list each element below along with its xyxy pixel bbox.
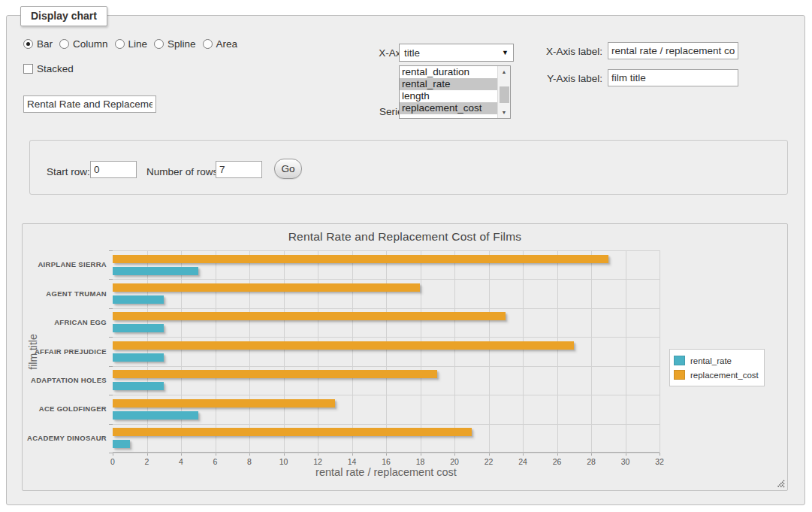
display-chart-panel: Display chart BarColumnLineSplineArea St… — [6, 15, 805, 505]
x-tick-label: 30 — [611, 457, 641, 466]
start-row-input[interactable] — [90, 161, 137, 178]
bar-replacement_cost — [113, 341, 574, 350]
checkbox-icon[interactable] — [23, 64, 33, 74]
gridline-vertical — [660, 250, 660, 452]
chart-title-input[interactable] — [23, 95, 156, 113]
gridline-vertical — [591, 250, 592, 452]
gridline-vertical — [454, 250, 455, 452]
x-axis-select[interactable]: title ▼ — [399, 44, 514, 62]
scroll-up-icon[interactable]: ▲ — [498, 66, 510, 77]
go-button[interactable]: Go — [274, 159, 302, 179]
scrollbar-thumb[interactable] — [500, 86, 509, 103]
y-axis-label-label: Y-Axis label: — [538, 73, 602, 84]
chart-type-radio-bar[interactable]: Bar — [23, 38, 53, 50]
gridline-vertical — [523, 250, 524, 452]
row-range-panel: Start row: Number of rows: Go — [29, 140, 788, 195]
series-scrollbar[interactable]: ▲ ▼ — [497, 66, 510, 118]
x-tick-mark — [660, 453, 660, 456]
gridline-horizontal — [113, 366, 660, 367]
gridline-horizontal — [113, 308, 660, 309]
number-of-rows-input[interactable] — [216, 161, 262, 178]
legend-swatch-replacement_cost — [674, 370, 685, 380]
x-tick-label: 32 — [644, 457, 675, 466]
gridline-vertical — [626, 250, 626, 452]
gridline-vertical — [421, 250, 421, 452]
gridline-vertical — [147, 250, 148, 452]
gridline-vertical — [557, 250, 558, 452]
gridline-horizontal — [113, 395, 660, 395]
scroll-down-icon[interactable]: ▼ — [498, 107, 510, 118]
x-tick-label: 0 — [98, 457, 128, 466]
bar-replacement_cost — [113, 370, 437, 378]
stacked-checkbox[interactable]: Stacked — [23, 63, 74, 74]
x-tick-label: 6 — [201, 457, 231, 466]
x-tick-label: 24 — [508, 457, 538, 466]
x-tick-label: 28 — [576, 457, 606, 466]
chart-type-label: Column — [73, 38, 108, 50]
y-tick-mark — [109, 308, 113, 309]
chart-type-label: Bar — [37, 38, 53, 50]
category-label: AFFAIR PREJUDICE — [23, 347, 107, 356]
gridline-horizontal — [113, 453, 660, 453]
bar-rental_rate — [113, 411, 198, 420]
radio-icon[interactable] — [115, 39, 125, 49]
radio-icon[interactable] — [23, 39, 33, 49]
resize-handle-icon[interactable] — [777, 480, 785, 488]
gridline-vertical — [249, 250, 250, 452]
chart-title: Rental Rate and Replacement Cost of Film… — [23, 230, 787, 244]
bar-replacement_cost — [113, 428, 472, 436]
series-option-rental_duration[interactable]: rental_duration — [400, 66, 510, 78]
y-tick-mark — [109, 424, 113, 425]
gridline-horizontal — [113, 250, 660, 251]
chart-type-radio-area[interactable]: Area — [203, 38, 238, 50]
bar-replacement_cost — [113, 283, 420, 292]
legend-swatch-rental_rate — [674, 356, 685, 365]
bar-rental_rate — [113, 353, 164, 362]
x-tick-label: 20 — [439, 457, 469, 466]
category-label: ADAPTATION HOLES — [23, 376, 107, 384]
gridline-vertical — [284, 250, 285, 452]
category-label: AFRICAN EGG — [23, 318, 107, 326]
category-label: ACADEMY DINOSAUR — [23, 434, 107, 442]
bar-rental_rate — [113, 440, 130, 448]
chart-type-radio-column[interactable]: Column — [59, 38, 108, 50]
gridline-horizontal — [113, 279, 660, 280]
x-tick-label: 12 — [303, 457, 333, 466]
chart-type-label: Spline — [168, 38, 196, 50]
x-axis-label-input[interactable] — [608, 42, 738, 59]
plot-area — [113, 250, 660, 453]
x-tick-label: 10 — [269, 457, 299, 466]
y-axis-label-input[interactable] — [608, 69, 738, 86]
series-option-length[interactable]: length — [400, 90, 510, 102]
gridline-vertical — [352, 250, 353, 452]
gridline-vertical — [181, 250, 182, 452]
series-option-rental_rate[interactable]: rental_rate — [400, 78, 510, 90]
y-tick-mark — [109, 279, 113, 280]
gridline-vertical — [216, 250, 216, 452]
series-option-replacement_cost[interactable]: replacement_cost — [400, 102, 510, 114]
bar-replacement_cost — [113, 312, 506, 320]
bar-replacement_cost — [113, 399, 335, 407]
radio-icon[interactable] — [154, 39, 164, 49]
chart-type-radio-spline[interactable]: Spline — [154, 38, 196, 50]
x-tick-label: 16 — [371, 457, 401, 466]
gridline-vertical — [489, 250, 490, 452]
legend-label: rental_rate — [690, 356, 732, 365]
chart-type-radio-group: BarColumnLineSplineArea — [23, 38, 244, 50]
chart-type-radio-line[interactable]: Line — [115, 38, 148, 50]
panel-title: Display chart — [20, 6, 107, 26]
radio-icon[interactable] — [203, 39, 213, 49]
chevron-down-icon: ▼ — [502, 49, 509, 56]
stacked-checkbox-row: Stacked — [23, 63, 80, 74]
legend-label: replacement_cost — [690, 371, 759, 380]
chart-type-label: Area — [216, 38, 238, 50]
bar-replacement_cost — [113, 255, 608, 263]
x-tick-label: 2 — [132, 457, 162, 466]
x-tick-label: 4 — [166, 457, 196, 466]
stacked-label: Stacked — [37, 63, 74, 74]
chart-x-axis-title: rental rate / replacement cost — [113, 466, 660, 478]
series-multiselect[interactable]: rental_durationrental_ratelengthreplacem… — [399, 65, 511, 119]
radio-icon[interactable] — [59, 39, 69, 49]
bar-rental_rate — [113, 295, 164, 304]
y-tick-mark — [109, 453, 113, 453]
